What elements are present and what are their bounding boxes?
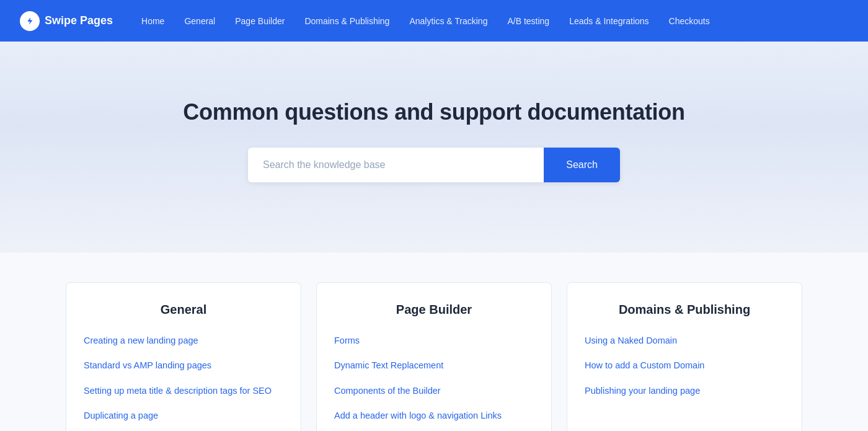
hero-section: Common questions and support documentati… (0, 42, 868, 252)
card-links-general: Creating a new landing pageStandard vs A… (84, 334, 283, 422)
card-title-general: General (84, 303, 283, 317)
brand-name: Swipe Pages (45, 14, 113, 27)
nav-page-builder[interactable]: Page Builder (226, 11, 293, 31)
search-input[interactable] (248, 148, 544, 182)
card-link-domains-publishing-1[interactable]: How to add a Custom Domain (585, 360, 704, 370)
card-general: GeneralCreating a new landing pageStanda… (66, 282, 301, 431)
nav-links: HomeGeneralPage BuilderDomains & Publish… (133, 16, 719, 27)
card-title-domains-publishing: Domains & Publishing (585, 303, 784, 317)
card-link-domains-publishing-2[interactable]: Publishing your landing page (585, 386, 700, 396)
card-link-general-1[interactable]: Standard vs AMP landing pages (84, 360, 211, 370)
nav-domains[interactable]: Domains & Publishing (296, 11, 398, 31)
main-nav: Swipe Pages HomeGeneralPage BuilderDomai… (0, 0, 868, 42)
nav-checkouts[interactable]: Checkouts (660, 11, 719, 31)
card-link-general-3[interactable]: Duplicating a page (84, 411, 158, 420)
card-link-domains-publishing-0[interactable]: Using a Naked Domain (585, 335, 677, 345)
nav-home[interactable]: Home (133, 11, 173, 31)
card-domains-publishing: Domains & PublishingUsing a Naked Domain… (567, 282, 802, 431)
card-link-general-2[interactable]: Setting up meta title & description tags… (84, 386, 272, 396)
nav-general[interactable]: General (175, 11, 224, 31)
card-title-page-builder: Page Builder (334, 303, 534, 317)
card-link-page-builder-2[interactable]: Components of the Builder (334, 386, 441, 396)
cards-section: GeneralCreating a new landing pageStanda… (0, 252, 868, 431)
brand-logo[interactable]: Swipe Pages (20, 11, 113, 31)
logo-icon (20, 11, 40, 31)
hero-title: Common questions and support documentati… (183, 99, 684, 125)
card-page-builder: Page BuilderFormsDynamic Text Replacemen… (316, 282, 552, 431)
nav-leads[interactable]: Leads & Integrations (560, 11, 657, 31)
nav-analytics[interactable]: Analytics & Tracking (401, 11, 496, 31)
card-links-domains-publishing: Using a Naked DomainHow to add a Custom … (585, 334, 784, 397)
card-link-page-builder-1[interactable]: Dynamic Text Replacement (334, 360, 443, 370)
card-link-page-builder-0[interactable]: Forms (334, 335, 360, 345)
card-links-page-builder: FormsDynamic Text ReplacementComponents … (334, 334, 534, 422)
nav-ab-testing[interactable]: A/B testing (498, 11, 558, 31)
search-button[interactable]: Search (544, 148, 620, 182)
search-bar: Search (248, 148, 620, 182)
card-link-page-builder-3[interactable]: Add a header with logo & navigation Link… (334, 411, 502, 420)
card-link-general-0[interactable]: Creating a new landing page (84, 335, 198, 345)
